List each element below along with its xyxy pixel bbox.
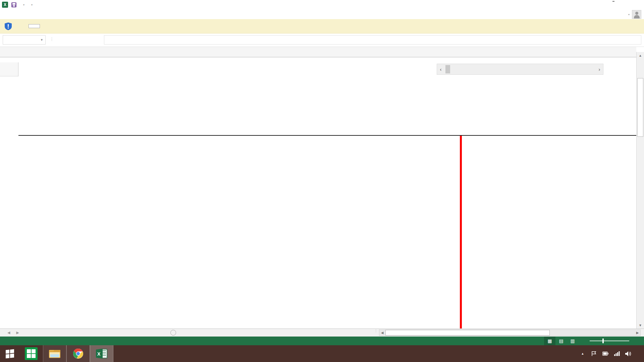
prev-sheet-icon[interactable]: ◀ (7, 330, 10, 335)
excel-app-icon: X (2, 2, 8, 8)
excel-window: X ▾ ▾ ▾ (0, 0, 644, 362)
tray-expand-icon[interactable]: ▲ (580, 351, 586, 357)
ribbon-display-options-button[interactable] (612, 1, 614, 2)
windows-store-icon (25, 347, 38, 360)
windows-logo-icon (6, 349, 14, 358)
vertical-scroll-thumb[interactable] (637, 78, 643, 137)
sheet-tab-nav: ◀ ▶ (7, 329, 19, 337)
column-headers (0, 47, 636, 57)
ribbon-tab-bar (0, 9, 644, 19)
new-sheet-button[interactable] (170, 330, 176, 336)
account-area[interactable]: ▾ (626, 10, 641, 19)
taskbar-explorer-button[interactable] (43, 345, 66, 362)
save-icon[interactable] (11, 2, 16, 7)
normal-view-button[interactable]: ▦ (544, 337, 555, 345)
action-center-flag-icon[interactable] (591, 351, 597, 357)
titlebar: X ▾ ▾ (0, 0, 644, 9)
worksheet: ‹ › ▲ ▼ (0, 47, 644, 328)
header-underline (18, 135, 636, 136)
horizontal-scroll-thumb[interactable] (385, 330, 550, 336)
avatar[interactable] (632, 10, 641, 19)
taskbar-chrome-button[interactable] (66, 345, 90, 362)
redo-caret-icon[interactable]: ▾ (31, 3, 33, 6)
scroll-right-icon[interactable]: ▶ (635, 330, 640, 336)
battery-icon[interactable] (602, 351, 608, 357)
formula-bar: ▼ ⋮ (0, 34, 644, 47)
chrome-icon (73, 348, 84, 359)
window-controls (604, 1, 641, 2)
scroll-up-icon[interactable]: ▲ (637, 52, 644, 59)
header-row (0, 76, 636, 135)
name-box[interactable]: ▼ (3, 35, 46, 45)
timeline-scroll-control[interactable]: ‹ › (437, 64, 603, 75)
shield-icon (5, 22, 12, 30)
undo-caret-icon[interactable]: ▾ (23, 3, 24, 6)
taskbar-excel-button[interactable]: X (90, 345, 113, 362)
row-8: ‹ › (0, 62, 636, 76)
user-caret-icon[interactable]: ▾ (628, 13, 630, 16)
zoom-slider-thumb[interactable] (602, 339, 604, 343)
scroll-down-icon[interactable]: ▼ (637, 322, 644, 328)
row-header-8[interactable] (0, 62, 18, 76)
timeline-scroll-right-icon[interactable]: › (596, 64, 603, 74)
formula-input[interactable] (104, 35, 641, 45)
quick-access-toolbar: X ▾ ▾ (2, 1, 36, 8)
protected-view-bar (0, 19, 644, 34)
svg-text:X: X (97, 351, 101, 357)
timeline-scroll-thumb[interactable] (445, 65, 450, 73)
page-break-view-button[interactable]: ▥ (567, 337, 578, 345)
formula-bar-separator: ⋮ (50, 37, 54, 42)
timeline-scroll-left-icon[interactable]: ‹ (437, 64, 444, 74)
status-bar: ▦ ▤ ▥ (0, 337, 644, 345)
taskbar: X ▲ (0, 345, 644, 362)
file-explorer-icon (49, 349, 61, 359)
zoom-slider[interactable] (590, 341, 629, 341)
name-box-caret-icon[interactable]: ▼ (40, 38, 43, 42)
scroll-left-icon[interactable]: ◀ (379, 330, 385, 336)
volume-icon[interactable] (625, 351, 631, 357)
today-marker-line (460, 136, 462, 328)
next-sheet-icon[interactable]: ▶ (16, 330, 19, 335)
system-tray: ▲ (580, 351, 644, 357)
horizontal-scrollbar[interactable]: ◀ ▶ (379, 329, 641, 336)
network-signal-icon[interactable] (614, 351, 620, 357)
excel-icon: X (96, 349, 107, 359)
enable-editing-button[interactable] (29, 24, 40, 28)
taskbar-store-button[interactable] (19, 345, 43, 362)
page-layout-view-button[interactable]: ▤ (555, 337, 567, 345)
vertical-scrollbar[interactable]: ▲ ▼ (636, 52, 644, 328)
start-button[interactable] (0, 345, 19, 362)
sheet-tabs-bar: ◀ ▶ ⋮⋮ ◀ ▶ (0, 328, 644, 337)
